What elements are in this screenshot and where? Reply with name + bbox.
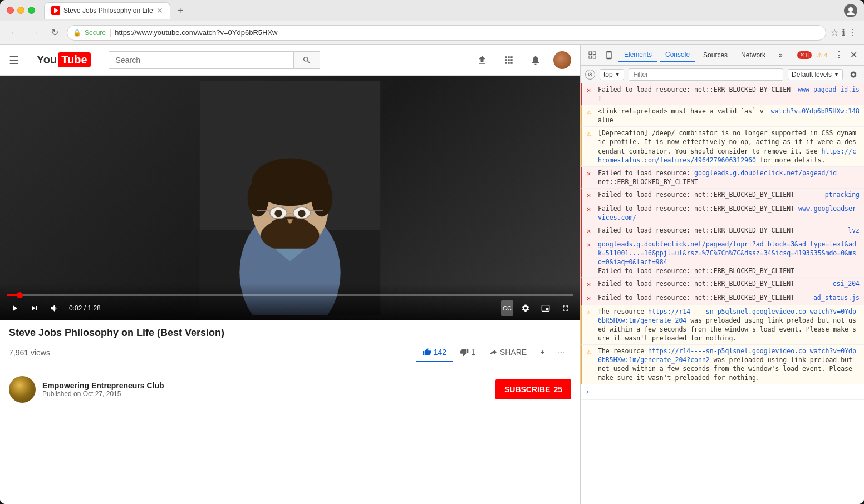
nav-menu-icon[interactable]: ⋮ [848,27,857,38]
play-button[interactable] [7,300,22,316]
progress-bar[interactable] [7,294,573,296]
like-count: 142 [434,348,446,357]
video-actions: 142 1 SHARE + [416,343,571,362]
back-icon: ← [10,28,19,38]
svg-rect-24 [593,52,596,55]
add-button[interactable]: + [533,343,551,362]
next-button[interactable] [27,300,42,316]
inspect-element-button[interactable] [585,48,600,62]
video-content [195,81,385,315]
url-separator: | [109,28,111,38]
svg-point-0 [848,7,853,12]
resource-link-6[interactable]: www.googleadservices.com/ [598,205,856,221]
resource-link-4[interactable]: googleads.g.doubleclick.net/pagead/id [694,169,837,177]
msg-source-1[interactable]: www-pagead-id.is [798,85,860,94]
resource-link-12a[interactable]: https://r14----sn-p5qlsnel.googlevideo.c… [648,347,806,355]
title-bar: Steve Jobs Philosophy on Life ✕ + [0,0,864,21]
time-current: 0:02 [69,304,82,312]
device-toggle-button[interactable] [602,48,616,62]
error-icon-10: ✕ [587,294,595,303]
forward-button[interactable]: → [27,25,42,41]
minimize-traffic-light[interactable] [17,7,24,14]
avatar-image [553,51,571,69]
warning-icon-11: ⚠ [587,308,595,317]
video-controls: 0:02 / 1:28 CC [0,283,580,320]
maximize-traffic-light[interactable] [28,7,35,14]
console-message-2: ⚠ <link rel=preload> must have a valid `… [581,105,864,127]
forward-icon: → [30,28,39,38]
msg-content-8: googleads.g.doubleclick.net/pagead/lopri… [598,240,860,275]
resource-link-8[interactable]: googleads.g.doubleclick.net/pagead/lopri… [598,240,856,266]
address-bar[interactable]: 🔒 Secure | https://www.youtube.com/watch… [67,25,826,41]
svg-rect-26 [589,56,592,58]
play-icon [54,8,58,13]
console-input[interactable] [596,386,860,394]
svg-point-19 [274,210,282,217]
search-input[interactable] [109,51,293,69]
info-icon[interactable]: ℹ [842,27,845,38]
msg-content-12: The resource https://r14----sn-p5qlsnel.… [598,347,860,382]
msg-source-9[interactable]: csi_204 [833,279,860,288]
bookmark-icon[interactable]: ☆ [831,27,838,38]
share-label: SHARE [500,348,527,357]
msg-source-5[interactable]: ptracking [825,190,860,199]
controls-row: 0:02 / 1:28 CC [7,300,573,316]
deprecation-link[interactable]: https://chromestatus.com/features/496427… [598,147,856,164]
user-avatar[interactable] [553,51,571,69]
more-button[interactable]: ··· [551,343,571,362]
context-select[interactable]: top ▼ [600,69,624,80]
devtools-close-button[interactable]: ✕ [848,50,860,60]
notifications-button[interactable] [527,51,544,69]
close-traffic-light[interactable] [7,7,14,14]
miniplayer-button[interactable] [538,300,553,316]
channel-name[interactable]: Empowering Entrepreneurs Club [42,381,495,390]
share-button[interactable]: SHARE [482,343,533,362]
msg-source-2[interactable]: watch?v=0Ydp6bR5HXw:148 [771,107,860,116]
tab-console[interactable]: Console [660,48,695,62]
tab-favicon [51,6,60,15]
error-x-icon: ✕ [800,52,804,58]
subscribe-button[interactable]: SUBSCRIBE 25 [495,379,571,399]
level-select[interactable]: Default levels ▼ [788,69,843,80]
channel-avatar[interactable] [9,376,36,403]
tab-more[interactable]: » [773,48,788,62]
dislike-button[interactable]: 1 [453,343,482,362]
filter-input[interactable] [629,68,783,81]
msg-content-11: The resource https://r14----sn-p5qlsnel.… [598,307,860,343]
settings-button[interactable] [518,300,533,316]
console-arrow-icon: › [585,387,593,398]
tab-close-button[interactable]: ✕ [156,6,163,15]
new-tab-button[interactable]: + [173,3,188,19]
like-button[interactable]: 142 [416,343,453,362]
tab-elements[interactable]: Elements [618,48,657,62]
clear-console-button[interactable]: ⊘ [585,70,595,80]
active-tab[interactable]: Steve Jobs Philosophy on Life ✕ [44,2,170,19]
fullscreen-button[interactable] [558,300,573,316]
warning-icon-3: ⚠ [587,129,595,139]
error-icon-4: ✕ [587,169,595,179]
channel-published: Published on Oct 27, 2015 [42,390,495,398]
tab-sources[interactable]: Sources [698,48,733,62]
resource-link-11a[interactable]: https://r14----sn-p5qlsnel.googlevideo.c… [648,308,806,315]
console-settings-button[interactable] [847,68,860,81]
view-count: 7,961 views [9,348,416,357]
tab-network[interactable]: Network [735,48,771,62]
devtools-toolbar: Elements Console Sources Network » ✕ 8 ⚠… [581,45,864,66]
error-badge: ✕ 8 [797,51,812,59]
volume-button[interactable] [47,300,62,316]
upload-button[interactable] [473,51,491,69]
devtools-more-button[interactable]: ⋮ [832,50,846,60]
yt-menu-button[interactable]: ☰ [9,53,19,67]
search-button[interactable] [293,51,320,69]
error-icon-9: ✕ [587,280,595,289]
back-button[interactable]: ← [7,25,22,41]
msg-source-7[interactable]: lvz [848,226,860,235]
error-icon-7: ✕ [587,226,595,236]
refresh-button[interactable]: ↻ [47,25,62,41]
yt-header: ☰ You Tube [0,45,580,76]
profile-icon[interactable] [844,4,857,17]
cc-button[interactable]: CC [501,300,513,316]
msg-source-10[interactable]: ad_status.js [813,293,860,302]
apps-button[interactable] [500,51,518,69]
level-arrow-icon: ▼ [834,72,839,77]
